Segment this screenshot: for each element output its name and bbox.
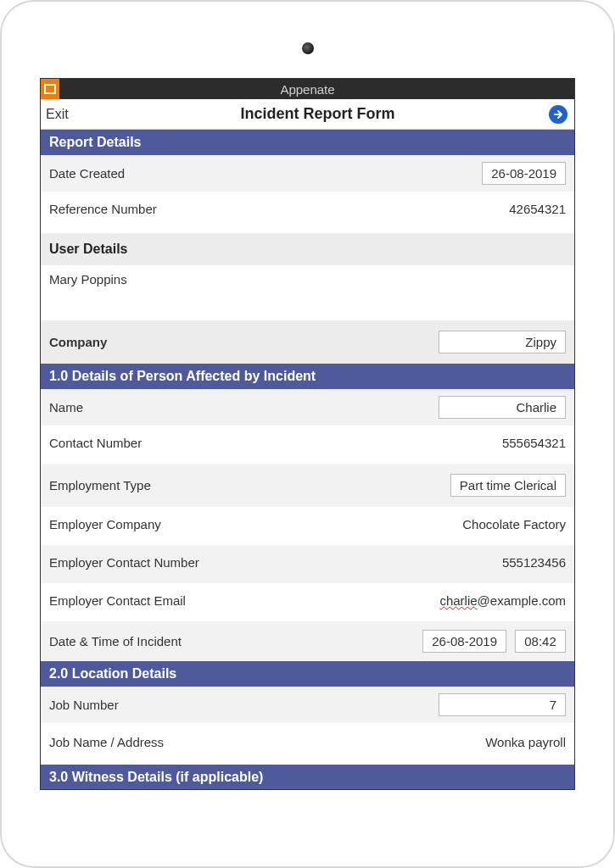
label-incident-datetime: Date & Time of Incident	[49, 634, 422, 648]
row-incident-datetime: Date & Time of Incident 26-08-2019 08:42	[41, 621, 574, 661]
section-location-details: 2.0 Location Details	[41, 661, 574, 687]
exit-button[interactable]: Exit	[41, 107, 100, 122]
next-button[interactable]	[549, 105, 567, 124]
next-button-wrap	[535, 105, 574, 124]
label-affected-contact: Contact Number	[49, 436, 502, 450]
value-user-name: Mary Poppins	[41, 265, 574, 320]
section-witness-details: 3.0 Witness Details (if applicable)	[41, 765, 574, 789]
subsection-user-details: User Details	[41, 233, 574, 265]
row-reference-number: Reference Number 42654321	[41, 192, 574, 233]
label-reference-number: Reference Number	[49, 202, 509, 216]
label-employment-type: Employment Type	[49, 478, 450, 492]
value-job-name[interactable]: Wonka payroll	[485, 735, 566, 749]
value-employer-company[interactable]: Chocolate Factory	[462, 517, 566, 531]
row-job-number: Job Number 7	[41, 687, 574, 723]
value-employer-email[interactable]: charlie@example.com	[439, 593, 566, 608]
row-employment-type: Employment Type Part time Clerical	[41, 464, 574, 507]
row-affected-contact: Contact Number 555654321	[41, 426, 574, 464]
input-incident-date[interactable]: 26-08-2019	[422, 630, 506, 653]
tablet-frame: Appenate Exit Incident Report Form Repor…	[0, 0, 615, 868]
arrow-right-icon	[552, 108, 564, 120]
input-employment-type[interactable]: Part time Clerical	[450, 474, 566, 497]
label-job-name: Job Name / Address	[49, 735, 485, 749]
value-affected-contact[interactable]: 555654321	[502, 436, 566, 450]
email-suffix: @example.com	[478, 593, 566, 608]
row-affected-name: Name Charlie	[41, 389, 574, 426]
input-company[interactable]: Zippy	[439, 331, 566, 353]
row-job-name: Job Name / Address Wonka payroll	[41, 723, 574, 765]
input-date-created[interactable]: 26-08-2019	[482, 162, 566, 185]
input-affected-name[interactable]: Charlie	[439, 396, 566, 419]
label-job-number: Job Number	[49, 698, 439, 712]
input-incident-time[interactable]: 08:42	[515, 630, 566, 653]
app-launcher-icon[interactable]	[41, 79, 59, 99]
device-camera	[302, 42, 314, 54]
email-prefix: charlie	[439, 593, 477, 608]
row-company: Company Zippy	[41, 320, 574, 364]
label-affected-name: Name	[49, 400, 439, 415]
label-date-created: Date Created	[49, 166, 482, 181]
section-report-details: Report Details	[41, 130, 574, 155]
label-company: Company	[49, 335, 439, 349]
row-employer-email: Employer Contact Email charlie@example.c…	[41, 583, 574, 621]
label-employer-email: Employer Contact Email	[49, 593, 439, 608]
app-name: Appenate	[280, 82, 334, 97]
row-employer-contact-number: Employer Contact Number 555123456	[41, 545, 574, 583]
form-body: Report Details Date Created 26-08-2019 R…	[41, 130, 574, 789]
section-affected-person: 1.0 Details of Person Affected by Incide…	[41, 364, 574, 389]
system-topbar: Appenate	[41, 79, 574, 99]
value-reference-number: 42654321	[509, 202, 566, 216]
input-job-number[interactable]: 7	[439, 693, 566, 716]
label-employer-contact-number: Employer Contact Number	[49, 555, 502, 570]
value-employer-contact-number[interactable]: 555123456	[502, 555, 566, 570]
form-header: Exit Incident Report Form	[41, 99, 574, 130]
page-title: Incident Report Form	[100, 105, 535, 123]
row-date-created: Date Created 26-08-2019	[41, 155, 574, 192]
label-employer-company: Employer Company	[49, 517, 462, 531]
screen: Appenate Exit Incident Report Form Repor…	[40, 78, 575, 790]
row-employer-company: Employer Company Chocolate Factory	[41, 507, 574, 545]
